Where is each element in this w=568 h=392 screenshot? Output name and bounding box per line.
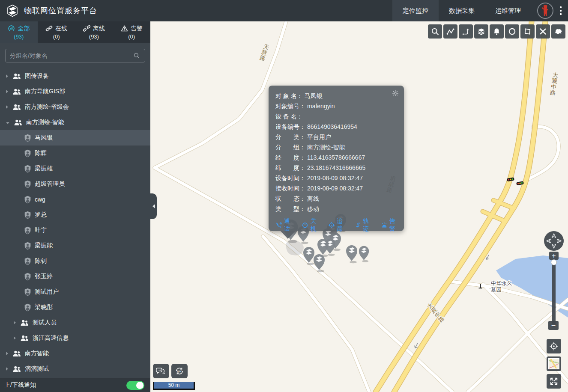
- caret-right-icon[interactable]: [6, 74, 8, 78]
- popup-field-value: 移动: [307, 204, 319, 214]
- power-icon: [302, 222, 308, 229]
- search-icon: [133, 52, 140, 59]
- search-input[interactable]: [5, 49, 145, 62]
- map-pin-marker[interactable]: [358, 245, 370, 262]
- tree-user-张玉婷[interactable]: 张玉婷: [0, 269, 150, 284]
- top-nav-item-1[interactable]: 定位监控: [392, 0, 439, 21]
- map-tool-route[interactable]: [459, 24, 473, 39]
- tree-user-马凤银[interactable]: 马凤银: [0, 130, 150, 146]
- tree-user-梁晓彤[interactable]: 梁晓彤: [0, 300, 150, 315]
- tree-group-南方测绘-省级会[interactable]: 南方测绘-省级会: [0, 99, 150, 115]
- link-icon: 在线: [45, 25, 67, 33]
- tab-离线[interactable]: 离线(93): [75, 21, 113, 43]
- user-shield-icon: [24, 257, 31, 265]
- popup-row: 类 型：移动: [275, 204, 398, 214]
- tree-user-叶宇[interactable]: 叶宇: [0, 223, 150, 238]
- caret-right-icon[interactable]: [6, 367, 8, 371]
- tree-group-南方智能[interactable]: 南方智能: [0, 346, 150, 361]
- tree-label: 陈辉: [35, 149, 47, 157]
- top-nav-item-3[interactable]: 运维管理: [485, 0, 531, 21]
- fullscreen-button[interactable]: [547, 374, 561, 389]
- popup-row: 纬 度：23.181674316666665: [275, 163, 398, 173]
- caret-down-icon[interactable]: [6, 122, 9, 124]
- tree-label: 图传设备: [25, 72, 49, 80]
- caret-right-icon[interactable]: [14, 336, 16, 340]
- map-tool-china[interactable]: [551, 24, 565, 39]
- map-tool-search[interactable]: [428, 24, 442, 39]
- popup-field-value: 2019-08-09 08:32:47: [307, 183, 363, 193]
- popup-action-label: 通话: [284, 217, 293, 233]
- tab-全部[interactable]: all全部(93): [0, 21, 38, 43]
- zoom-slider-track[interactable]: [552, 260, 556, 327]
- rtc-icon: RTC: [174, 366, 185, 376]
- caret-right-icon[interactable]: [6, 352, 8, 355]
- road-label: 大观中路: [550, 71, 559, 96]
- map-tool-tools[interactable]: [536, 24, 550, 39]
- popup-settings-icon[interactable]: [392, 90, 399, 97]
- tree-user-cwg[interactable]: cwg: [0, 192, 150, 207]
- popup-row: 分 组：南方测绘-智能: [275, 142, 398, 152]
- sidebar-collapse-handle[interactable]: [150, 193, 157, 219]
- tree-user-超级管理员[interactable]: 超级管理员: [0, 176, 150, 192]
- online-notify-toggle[interactable]: [126, 381, 144, 390]
- popup-field-label: 分 组：: [275, 142, 305, 152]
- tab-告警[interactable]: 告警(0): [113, 21, 150, 43]
- top-nav: 定位监控数据采集运维管理: [392, 0, 531, 21]
- tree-group-图传设备[interactable]: 图传设备: [0, 68, 150, 84]
- user-shield-icon: [24, 165, 31, 173]
- user-shield-icon: [24, 288, 31, 296]
- popup-field-value: 平台用户: [307, 132, 331, 142]
- map-pin-marker[interactable]: [313, 253, 326, 273]
- more-menu-icon[interactable]: [553, 6, 568, 15]
- map-pin-marker[interactable]: [345, 244, 358, 264]
- tree-group-滴滴测试[interactable]: 滴滴测试: [0, 361, 150, 377]
- tree-user-陈辉[interactable]: 陈辉: [0, 146, 150, 161]
- tree-user-梁振能[interactable]: 梁振能: [0, 238, 150, 253]
- map-tool-track[interactable]: [443, 24, 457, 39]
- popup-field-label: 设备时间：: [275, 173, 305, 183]
- tab-count: (93): [14, 33, 24, 40]
- tab-在线[interactable]: 在线(0): [38, 21, 75, 43]
- object-info-popup: 对 象 名：马凤银对象编号：mafengyin设 备 名：设备编号：866149…: [269, 86, 404, 231]
- map-toolbar: [428, 24, 565, 39]
- fullscreen-icon: [550, 377, 558, 386]
- tree-user-罗总[interactable]: 罗总: [0, 207, 150, 223]
- popup-action-关机[interactable]: 关机: [302, 217, 319, 233]
- tree-user-测试用户[interactable]: 测试用户: [0, 284, 150, 300]
- zoom-slider-handle[interactable]: [551, 259, 557, 265]
- popup-action-label: 追踪: [337, 217, 345, 233]
- minimap-button[interactable]: [547, 356, 561, 371]
- map-tool-circle[interactable]: [505, 24, 519, 39]
- zoom-in-button[interactable]: +: [549, 252, 559, 260]
- map-scale-bar: 50 m: [153, 382, 195, 390]
- popup-action-追踪[interactable]: 追踪: [328, 217, 345, 233]
- popup-action-告警[interactable]: 告警: [381, 217, 398, 233]
- user-shield-icon: [24, 180, 31, 188]
- tree-user-陈钊[interactable]: 陈钊: [0, 253, 150, 269]
- tree-group-南方测绘-智能[interactable]: 南方测绘-智能: [0, 115, 150, 130]
- user-avatar[interactable]: [537, 3, 553, 19]
- compass-control[interactable]: [544, 231, 564, 251]
- group-icon: [12, 365, 21, 373]
- tree-user-梁振雄[interactable]: 梁振雄: [0, 161, 150, 176]
- caret-right-icon[interactable]: [14, 321, 16, 324]
- map-tool-polygon[interactable]: [520, 24, 535, 39]
- tree-group-测试人员[interactable]: 测试人员: [0, 315, 150, 330]
- popup-row: 接收时间：2019-08-09 08:32:47: [275, 183, 398, 193]
- user-shield-icon: [24, 196, 31, 204]
- popup-field-label: 对象编号：: [275, 101, 305, 111]
- chat-button[interactable]: [153, 364, 169, 378]
- popup-action-轨迹[interactable]: 轨迹: [354, 217, 371, 233]
- top-nav-item-2[interactable]: 数据采集: [439, 0, 485, 21]
- map-tool-alert[interactable]: [490, 24, 504, 39]
- rtc-button[interactable]: RTC: [171, 364, 188, 378]
- caret-right-icon[interactable]: [6, 90, 8, 93]
- tree-group-浙江高速信息[interactable]: 浙江高速信息: [0, 330, 150, 346]
- zoom-out-button[interactable]: −: [548, 321, 559, 330]
- map-tool-layers[interactable]: [474, 24, 488, 39]
- tree-group-南方导航GIS部[interactable]: 南方导航GIS部: [0, 84, 150, 99]
- tree-label: 浙江高速信息: [33, 334, 69, 342]
- caret-right-icon[interactable]: [6, 105, 8, 109]
- popup-action-通话[interactable]: 通话: [275, 217, 293, 233]
- locate-button[interactable]: [547, 339, 561, 353]
